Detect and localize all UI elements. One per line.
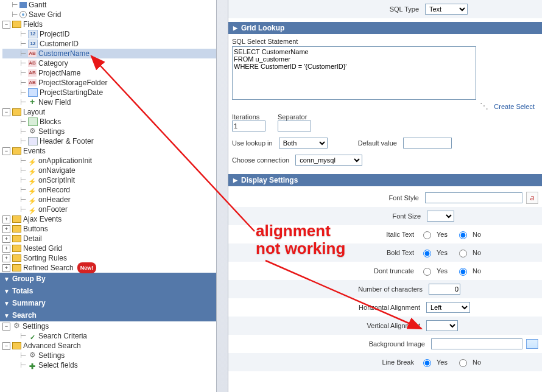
separator-label: Separator <box>278 113 311 121</box>
add-icon: ✚ <box>28 362 37 369</box>
expand-icon[interactable]: + <box>2 264 10 272</box>
italic-no-radio[interactable] <box>459 231 467 239</box>
expand-icon[interactable]: + <box>2 254 10 262</box>
tree-item-refined-search[interactable]: +Refined SearchNew! <box>2 263 216 273</box>
tree-item-nested-grid[interactable]: +Nested Grid <box>2 243 216 253</box>
folder-icon <box>12 225 21 233</box>
expand-icon[interactable]: + <box>2 225 10 233</box>
tree-item-adv-settings[interactable]: ⊢⚙Settings <box>2 351 216 360</box>
text-field-icon: AB <box>28 79 37 86</box>
sql-select-textarea[interactable] <box>232 46 476 100</box>
tree-item-detail[interactable]: +Detail <box>2 234 216 243</box>
bold-yes-radio[interactable] <box>423 250 431 257</box>
use-lookup-in-select[interactable]: Both <box>279 138 328 149</box>
row-sql-type: SQL Type Text <box>228 0 542 18</box>
tree-item-header-footer[interactable]: ⊢Header & Footer <box>2 136 216 146</box>
tree-item-customerid[interactable]: ⊢12CustomerID <box>2 39 216 49</box>
tree-item-projectstoragefolder[interactable]: ⊢ABProjectStorageFolder <box>2 78 216 88</box>
row-bg-image: Background Image <box>228 335 542 353</box>
gear-icon: ⚙ <box>28 128 37 135</box>
vert-align-select[interactable] <box>426 320 458 331</box>
tree-item-onnavigate[interactable]: ⊢⚡onNavigate <box>2 166 216 175</box>
collapse-icon[interactable]: − <box>2 21 10 29</box>
horiz-align-select[interactable]: Left <box>426 302 470 313</box>
panel-display-settings[interactable]: ▶Display Settings <box>228 174 542 186</box>
section-totals[interactable]: ▼Totals <box>0 285 216 297</box>
collapse-icon[interactable]: − <box>2 342 10 350</box>
folder-icon <box>12 108 21 116</box>
tree-item-layout-settings[interactable]: ⊢⚙Settings <box>2 127 216 136</box>
font-style-input[interactable] <box>425 192 522 203</box>
folder-icon <box>12 235 21 242</box>
collapse-icon[interactable]: − <box>2 147 10 155</box>
tree-item-onfooter[interactable]: ⊢⚡onFooter <box>2 205 216 214</box>
triangle-down-icon: ▼ <box>4 276 10 282</box>
tree-item-category[interactable]: ⊢ABCategory <box>2 58 216 68</box>
expand-icon[interactable]: + <box>2 245 10 253</box>
tree-item-save-grid[interactable]: ⊢Save Grid <box>2 10 216 19</box>
tree-item-projectid[interactable]: ⊢12ProjectID <box>2 29 216 39</box>
tree-item-search-settings[interactable]: −⚙Settings <box>2 321 216 331</box>
image-picker-icon[interactable] <box>526 339 538 349</box>
font-picker-icon[interactable]: a <box>526 192 538 204</box>
sql-type-select[interactable]: Text <box>425 4 468 15</box>
linebreak-yes-radio[interactable] <box>423 359 431 367</box>
default-value-input[interactable] <box>403 138 452 149</box>
tree-item-projectstartingdate[interactable]: ⊢ProjectStartingDate <box>2 88 216 97</box>
bg-image-input[interactable] <box>431 338 522 349</box>
section-search[interactable]: ▼Search <box>0 309 216 321</box>
tree-item-sorting-rules[interactable]: +Sorting Rules <box>2 253 216 263</box>
folder-icon <box>12 215 21 223</box>
collapse-icon[interactable]: − <box>2 108 10 116</box>
tree-item-onscriptinit[interactable]: ⊢⚡onScriptInit <box>2 175 216 185</box>
expand-icon[interactable]: + <box>2 215 10 223</box>
tree-item-onrecord[interactable]: ⊢⚡onRecord <box>2 185 216 195</box>
folder-icon <box>12 254 21 262</box>
gear-icon: ⚙ <box>28 352 37 359</box>
row-line-break: Line Break Yes No <box>228 353 542 371</box>
expand-icon[interactable]: + <box>2 235 10 243</box>
section-group-by[interactable]: ▼Group By <box>0 273 216 285</box>
tree-item-adv-select-fields[interactable]: ⊢✚Select fields <box>2 360 216 370</box>
tree-item-gantt[interactable]: ⊢Gantt <box>2 0 216 10</box>
tree-item-projectname[interactable]: ⊢ABProjectName <box>2 68 216 78</box>
number-field-icon: 12 <box>28 40 38 48</box>
tree-item-events[interactable]: −Events <box>2 146 216 156</box>
panel-grid-lookup[interactable]: ▶Grid Lookup <box>228 22 542 34</box>
tree-item-fields[interactable]: −Fields <box>2 19 216 29</box>
dont-truncate-label: Dont truncate <box>374 267 420 275</box>
section-summary[interactable]: ▼Summary <box>0 297 216 309</box>
collapse-icon[interactable]: − <box>2 323 10 331</box>
font-size-select[interactable] <box>427 211 454 222</box>
truncate-no-radio[interactable] <box>459 268 467 276</box>
tree-item-customername[interactable]: ⊢ABCustomerName <box>2 49 216 58</box>
vert-align-label: Vertical Alignment <box>367 322 426 329</box>
vertical-splitter[interactable] <box>216 0 228 392</box>
bold-text-label: Bold Text <box>387 249 420 256</box>
tree-item-search-criteria[interactable]: ⊢✓Search Criteria <box>2 331 216 341</box>
tree: ⊢Gantt ⊢Save Grid −Fields ⊢12ProjectID ⊢… <box>0 0 216 273</box>
tree-item-onheader[interactable]: ⊢⚡onHeader <box>2 195 216 205</box>
font-size-label: Font Size <box>393 212 427 220</box>
italic-yes-radio[interactable] <box>423 231 431 239</box>
italic-text-label: Italic Text <box>386 231 420 238</box>
tree-item-ajax-events[interactable]: +Ajax Events <box>2 214 216 224</box>
tree-item-buttons[interactable]: +Buttons <box>2 224 216 234</box>
tree-item-new-field[interactable]: ⊢+New Field <box>2 97 216 107</box>
tree-item-layout[interactable]: −Layout <box>2 107 216 117</box>
tree-item-advanced-search[interactable]: −Advanced Search <box>2 341 216 351</box>
tree-item-onapplicationinit[interactable]: ⊢⚡onApplicationInit <box>2 156 216 166</box>
resize-handle-icon[interactable]: ⋱ <box>480 101 489 111</box>
iterations-input[interactable] <box>232 121 265 131</box>
truncate-yes-radio[interactable] <box>423 268 431 276</box>
linebreak-no-radio[interactable] <box>459 359 467 367</box>
choose-connection-label: Choose connection <box>232 156 289 164</box>
row-bold-text: Bold Text Yes No <box>228 243 542 262</box>
folder-icon <box>12 342 21 349</box>
num-chars-input[interactable] <box>429 284 460 295</box>
choose-connection-select[interactable]: conn_mysql <box>295 155 362 166</box>
create-select-link[interactable]: Create Select <box>494 103 535 110</box>
separator-input[interactable] <box>278 121 311 131</box>
tree-item-blocks[interactable]: ⊢Blocks <box>2 117 216 127</box>
bold-no-radio[interactable] <box>459 250 467 257</box>
